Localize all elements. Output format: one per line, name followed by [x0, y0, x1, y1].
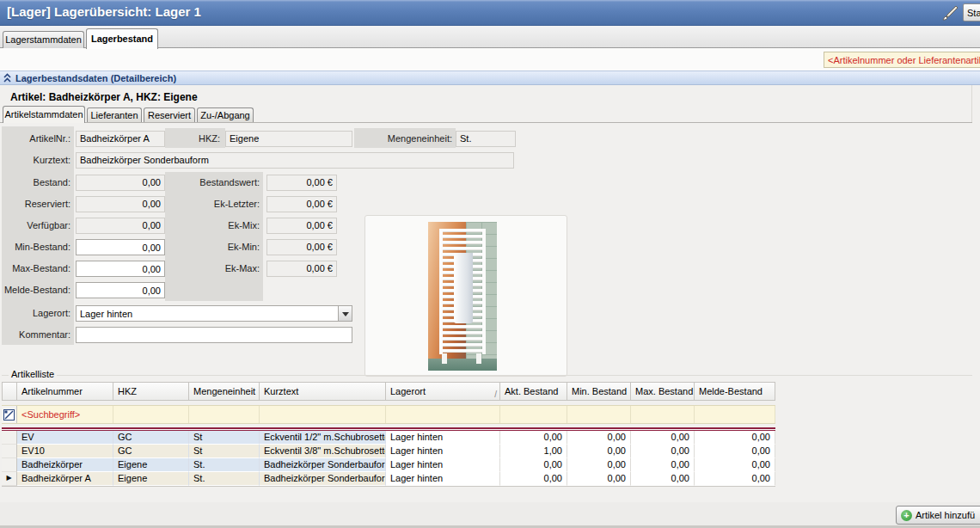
- cell-lagerort[interactable]: Lager hinten: [386, 458, 500, 472]
- cell-min-bestand[interactable]: 0,00: [567, 458, 631, 472]
- brush-icon[interactable]: [940, 4, 959, 21]
- artikel-search-input[interactable]: [824, 52, 980, 68]
- col-header-akt-bestand[interactable]: Akt. Bestand: [500, 382, 567, 401]
- col-header-melde-bestand[interactable]: Melde-Bestand: [695, 382, 775, 401]
- tab-reserviert[interactable]: Reserviert: [144, 107, 195, 122]
- cell-lagerort[interactable]: Lager hinten: [386, 445, 500, 458]
- min-bestand-label: Min-Bestand:: [2, 239, 70, 255]
- filter-cell-lagerort[interactable]: [386, 406, 500, 423]
- cell-min-bestand[interactable]: 0,00: [567, 472, 631, 486]
- cell-akt-bestand[interactable]: 0,00: [500, 472, 567, 486]
- cell-hkz[interactable]: GC: [113, 431, 189, 445]
- cell-artikelnummer[interactable]: Badheizkörper: [17, 458, 113, 472]
- cell-mengeneinheit[interactable]: St.: [189, 458, 260, 472]
- cell-melde-bestand[interactable]: 0,00: [695, 458, 775, 472]
- cell-mengeneinheit[interactable]: St: [189, 445, 260, 458]
- lagerort-label: Lagerort:: [2, 305, 70, 322]
- row-indicator: [2, 431, 17, 445]
- min-bestand-input[interactable]: [76, 239, 165, 255]
- filter-cell-hkz[interactable]: [113, 406, 189, 423]
- ek-mix-label: Ek-Mix:: [168, 218, 260, 234]
- col-header-artikelnummer[interactable]: Artikelnummer: [17, 382, 113, 401]
- grid-filter-row: <Suchbegriff>: [2, 405, 775, 424]
- cell-kurztext[interactable]: Badheizkörper Sonderbauform: [260, 472, 386, 486]
- bestandswert-field: 0,00 €: [266, 175, 337, 191]
- reserviert-label: Reserviert:: [2, 196, 70, 212]
- detail-area: Artikel: Badheizkörper A, HKZ: Eigene Ar…: [0, 85, 972, 365]
- filter-cell-max-bestand[interactable]: [631, 406, 695, 423]
- radiator-foot: [476, 353, 481, 364]
- mengeneinheit-label: Mengeneinheit:: [370, 131, 452, 147]
- cell-melde-bestand[interactable]: 0,00: [695, 472, 775, 486]
- chevron-down-icon[interactable]: [338, 306, 352, 321]
- cell-kurztext[interactable]: Badheizkörper Sonderbauform: [260, 458, 386, 472]
- radiator-foot: [442, 353, 447, 364]
- col-header-lagerort[interactable]: Lagerort/: [386, 382, 500, 401]
- filter-cell-artikelnummer[interactable]: <Suchbegriff>: [17, 406, 113, 423]
- standard-button[interactable]: Stan: [963, 3, 980, 21]
- cell-artikelnummer-selected[interactable]: Badheizkörper A: [17, 472, 113, 486]
- cell-artikelnummer[interactable]: EV10: [17, 445, 113, 458]
- filter-cell-min-bestand[interactable]: [567, 406, 631, 423]
- collapse-icon[interactable]: [3, 73, 11, 83]
- cell-artikelnummer[interactable]: EV: [17, 431, 113, 445]
- ek-letzter-field: 0,00 €: [266, 196, 337, 212]
- filter-cell-kurztext[interactable]: [260, 406, 386, 423]
- cell-melde-bestand[interactable]: 0,00: [695, 431, 775, 445]
- cell-max-bestand[interactable]: 0,00: [631, 458, 695, 472]
- table-row: EV10 GC St Eckventil 3/8" m.Schubrosette…: [2, 445, 775, 458]
- filter-cell-akt-bestand[interactable]: [500, 406, 567, 423]
- col-header-max-bestand[interactable]: Max. Bestand: [631, 382, 695, 401]
- cell-max-bestand[interactable]: 0,00: [631, 445, 695, 458]
- cell-melde-bestand[interactable]: 0,00: [695, 445, 775, 458]
- filter-cell-mengeneinheit[interactable]: [189, 406, 260, 423]
- detail-tabstrip: Artikelstammdaten Lieferanten Reserviert…: [0, 106, 972, 123]
- cell-kurztext[interactable]: Eckventil 3/8" m.Schubrosette: [260, 445, 386, 458]
- window-titlebar: [Lager] Lagerübersicht: Lager 1 Stan: [0, 0, 980, 26]
- col-header-min-bestand[interactable]: Min. Bestand: [567, 382, 631, 401]
- melde-bestand-input[interactable]: [76, 282, 165, 298]
- cell-lagerort[interactable]: Lager hinten: [386, 472, 500, 486]
- artikel-hinzufuegen-button[interactable]: + Artikel hinzufü: [896, 506, 980, 525]
- cell-mengeneinheit[interactable]: St.: [189, 472, 260, 486]
- cell-mengeneinheit[interactable]: St: [189, 431, 260, 445]
- tab-zu-abgang[interactable]: Zu-/Abgang: [197, 107, 254, 122]
- verfuegbar-field: 0,00: [76, 218, 165, 234]
- cell-akt-bestand[interactable]: 1,00: [500, 445, 567, 458]
- kommentar-input[interactable]: [76, 327, 352, 343]
- section-header-lagerbestandsdaten[interactable]: Lagerbestandsdaten (Detailbereich): [0, 71, 980, 85]
- ek-letzter-label: Ek-Letzter:: [168, 196, 260, 212]
- artikelliste-grid: Artikelnummer HKZ Mengeneinheit Kurztext…: [2, 382, 775, 487]
- plus-icon: +: [901, 510, 912, 521]
- col-header-kurztext[interactable]: Kurztext: [260, 382, 386, 401]
- artikelnr-label: ArtikelNr.:: [2, 131, 70, 147]
- filter-cell-melde-bestand[interactable]: [695, 406, 775, 423]
- cell-hkz[interactable]: GC: [113, 445, 189, 458]
- lagerort-select[interactable]: Lager hinten: [76, 305, 352, 322]
- cell-lagerort[interactable]: Lager hinten: [386, 431, 500, 445]
- ek-max-field: 0,00 €: [266, 261, 337, 277]
- cell-hkz[interactable]: Eigene: [113, 472, 189, 486]
- col-header-mengeneinheit[interactable]: Mengeneinheit: [189, 382, 260, 401]
- cell-hkz[interactable]: Eigene: [113, 458, 189, 472]
- filter-icon[interactable]: [2, 406, 17, 423]
- tab-lieferanten[interactable]: Lieferanten: [87, 107, 142, 122]
- towel: [454, 253, 473, 323]
- cell-max-bestand[interactable]: 0,00: [631, 431, 695, 445]
- artikelliste-groupbox-line: [2, 375, 972, 376]
- tab-lagerbestand[interactable]: Lagerbestand: [86, 28, 158, 49]
- cell-akt-bestand[interactable]: 0,00: [500, 431, 567, 445]
- cell-kurztext[interactable]: Eckventil 1/2" m.Schubrosette: [260, 431, 386, 445]
- cell-max-bestand[interactable]: 0,00: [631, 472, 695, 486]
- artikel-image-panel: [364, 215, 567, 377]
- cell-min-bestand[interactable]: 0,00: [567, 445, 631, 458]
- tab-lagerstammdaten[interactable]: Lagerstammdaten: [3, 31, 84, 48]
- table-row: EV GC St Eckventil 1/2" m.Schubrosette L…: [2, 431, 775, 445]
- toolband: [0, 48, 980, 71]
- tab-artikelstammdaten[interactable]: Artikelstammdaten: [3, 106, 85, 123]
- col-header-hkz[interactable]: HKZ: [113, 382, 189, 401]
- cell-min-bestand[interactable]: 0,00: [567, 431, 631, 445]
- cell-akt-bestand[interactable]: 0,00: [500, 458, 567, 472]
- max-bestand-input[interactable]: [76, 261, 165, 277]
- ek-mix-field: 0,00 €: [266, 218, 337, 234]
